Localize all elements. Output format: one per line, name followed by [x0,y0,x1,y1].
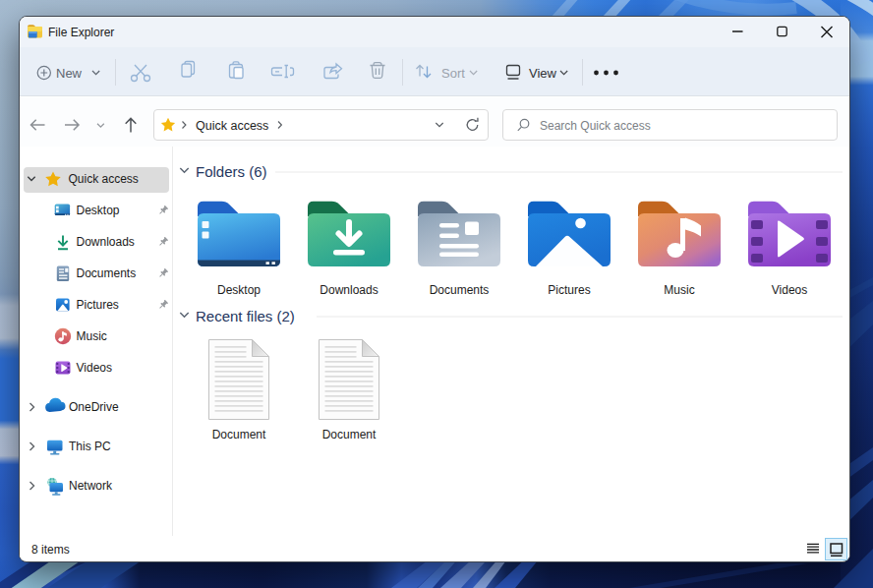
svg-text:Pictures: Pictures [548,283,590,297]
svg-text:Desktop: Desktop [217,283,261,297]
svg-text:Downloads: Downloads [320,283,378,297]
svg-text:Documents: Documents [430,283,490,297]
svg-text:Pictures: Pictures [77,298,119,312]
svg-text:Document: Document [212,428,266,441]
svg-text:Music: Music [664,283,694,297]
svg-text:Music: Music [77,329,107,343]
svg-text:Videos: Videos [77,361,112,375]
svg-text:Recent files (2): Recent files (2) [196,308,295,324]
svg-text:Downloads: Downloads [77,235,135,249]
svg-text:Videos: Videos [772,283,807,297]
svg-text:Folders (6): Folders (6) [196,163,267,180]
svg-text:Desktop: Desktop [77,204,120,217]
svg-text:OneDrive: OneDrive [69,400,119,414]
svg-text:Documents: Documents [77,266,137,280]
svg-text:New: New [56,66,83,81]
svg-text:Sort: Sort [441,66,465,81]
svg-text:Document: Document [322,428,377,441]
svg-text:Search Quick access: Search Quick access [540,119,651,133]
svg-text:View: View [529,66,557,81]
svg-text:This PC: This PC [69,440,111,453]
svg-text:Network: Network [69,479,113,493]
svg-text:Quick access: Quick access [69,172,139,186]
svg-text:Quick access: Quick access [196,119,268,133]
